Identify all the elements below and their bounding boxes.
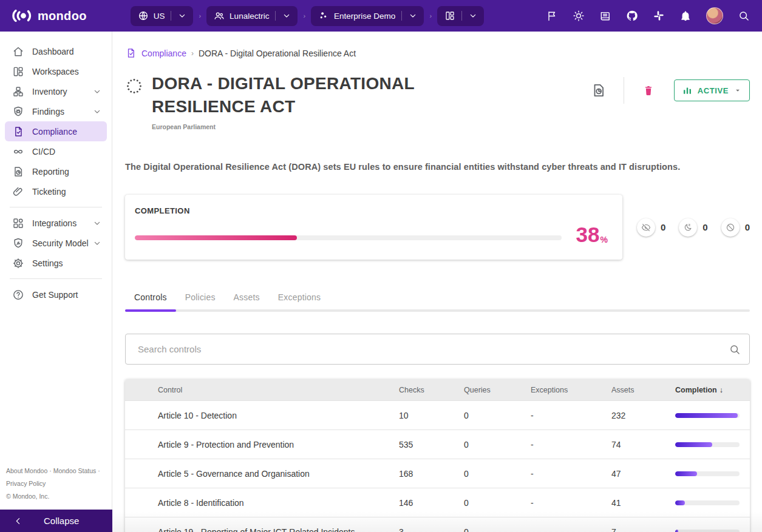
column-header-assets[interactable]: Assets (611, 386, 675, 394)
footer-link[interactable]: Privacy Policy (6, 480, 46, 487)
report-icon[interactable] (591, 82, 607, 98)
sidebar-footer: About Mondoo · Mondoo Status · Privacy P… (6, 465, 112, 503)
sidebar-item-label: Inventory (32, 87, 67, 96)
notifications-bell-icon[interactable] (679, 10, 692, 22)
chevron-down-icon[interactable] (92, 87, 102, 96)
sidebar-item-workspaces[interactable]: Workspaces (5, 61, 107, 81)
sidebar-item-dashboard[interactable]: Dashboard (5, 41, 107, 61)
slack-icon[interactable] (653, 10, 665, 22)
cell-assets: 74 (611, 440, 675, 450)
search-controls-input[interactable] (138, 344, 729, 354)
footer-link[interactable]: About Mondoo (6, 467, 47, 474)
column-header-exceptions[interactable]: Exceptions (531, 386, 611, 394)
sidebar-item-settings[interactable]: Settings (5, 253, 107, 273)
cell-control: Article 10 - Detection (125, 411, 399, 420)
delete-trash-icon[interactable] (642, 84, 655, 96)
column-header-completion[interactable]: Completion↓ (675, 386, 750, 394)
chevron-down-icon[interactable] (92, 218, 102, 228)
inventory-icon (12, 86, 24, 98)
sidebar-item-reporting[interactable]: Reporting (5, 161, 107, 181)
status-active-button[interactable]: ACTIVE (674, 79, 750, 101)
table-header: ControlChecksQueriesExceptionsAssetsComp… (125, 379, 750, 400)
tab-policies[interactable]: Policies (176, 285, 225, 309)
flag-icon[interactable] (546, 10, 558, 22)
search-icon[interactable] (738, 10, 750, 22)
collapse-button[interactable]: Collapse (0, 510, 112, 532)
column-header-checks[interactable]: Checks (399, 386, 464, 394)
cell-checks: 535 (399, 440, 464, 450)
globe-icon (138, 10, 149, 21)
sort-desc-icon: ↓ (719, 386, 723, 394)
space-selector[interactable]: Enterprise Demo (311, 6, 424, 26)
sidebar-item-integrations[interactable]: Integrations (5, 213, 107, 233)
cell-checks: 146 (399, 498, 464, 508)
sidebar: DashboardWorkspacesInventoryFindingsComp… (0, 32, 112, 532)
organization-selector[interactable]: Lunalectric (206, 6, 298, 26)
ticketing-icon (12, 186, 24, 198)
mondoo-logo[interactable]: mondoo (12, 8, 87, 24)
sidebar-item-label: Workspaces (32, 67, 79, 76)
sidebar-item-label: Compliance (32, 127, 77, 136)
logo-text: mondoo (38, 9, 87, 23)
collapse-label: Collapse (44, 516, 79, 526)
breadcrumb-parent-link[interactable]: Compliance (141, 49, 186, 58)
chevron-down-icon[interactable] (408, 11, 418, 21)
column-header-queries[interactable]: Queries (464, 386, 531, 394)
chevron-down-icon[interactable] (282, 11, 291, 21)
eu-stars-icon (125, 77, 143, 95)
table-row[interactable]: Article 10 - Detection100-232 (125, 400, 750, 429)
chevron-down-icon[interactable] (92, 238, 102, 248)
main-content: Compliance › DORA - Digital Operational … (112, 32, 762, 532)
sidebar-item-findings[interactable]: Findings (5, 101, 107, 121)
framework-author: European Parliament (152, 123, 498, 130)
footer-link[interactable]: Mondoo Status (53, 467, 97, 474)
region-selector[interactable]: US (131, 6, 194, 26)
tab-controls[interactable]: Controls (125, 285, 176, 309)
theme-sun-icon[interactable] (573, 10, 585, 22)
docs-book-icon[interactable] (599, 10, 611, 22)
counter-badge[interactable] (637, 218, 655, 237)
tab-assets[interactable]: Assets (225, 285, 269, 309)
scope-separator: › (302, 12, 307, 19)
cell-completion (675, 413, 750, 418)
cell-queries: 0 (464, 440, 531, 450)
sidebar-item-security-model[interactable]: Security Model (5, 233, 107, 253)
table-body: Article 10 - Detection100-232Article 9 -… (125, 400, 750, 532)
table-row[interactable]: Article 19 - Reporting of Major ICT-Rela… (125, 517, 750, 532)
cell-assets: 7 (611, 527, 675, 532)
table-row[interactable]: Article 5 - Governance and Organisation1… (125, 459, 750, 488)
cell-queries: 0 (464, 498, 531, 508)
snooze-icon (683, 223, 693, 232)
search-controls (125, 334, 750, 365)
sidebar-item-ticketing[interactable]: Ticketing (5, 181, 107, 201)
table-row[interactable]: Article 9 - Protection and Prevention535… (125, 429, 750, 459)
divider (624, 77, 624, 104)
chevron-down-icon[interactable] (177, 11, 187, 21)
user-avatar[interactable] (706, 7, 723, 24)
column-header-control[interactable]: Control (125, 386, 399, 394)
workspaces-icon (12, 66, 24, 78)
cell-control: Article 9 - Protection and Prevention (125, 440, 399, 450)
compliance-icon (12, 126, 24, 138)
cell-checks: 10 (399, 411, 464, 420)
counter-value: 0 (661, 222, 665, 232)
space-label: Enterprise Demo (334, 12, 395, 21)
github-icon[interactable] (626, 10, 638, 22)
sidebar-item-ci-cd[interactable]: CI/CD (5, 141, 107, 161)
scope-separator: › (197, 12, 202, 19)
sidebar-item-compliance[interactable]: Compliance (5, 121, 107, 141)
counter-badge[interactable] (721, 218, 740, 237)
chevron-down-icon[interactable] (468, 11, 478, 21)
counter-badge[interactable] (679, 218, 697, 237)
sidebar-item-get-support[interactable]: Get Support (5, 285, 107, 305)
sidebar-item-label: Ticketing (32, 187, 66, 197)
sidebar-item-inventory[interactable]: Inventory (5, 81, 107, 101)
workspace-selector[interactable] (437, 6, 484, 26)
tab-exceptions[interactable]: Exceptions (269, 285, 330, 309)
chevron-down-icon[interactable] (92, 107, 102, 116)
search-icon[interactable] (729, 343, 741, 355)
table-row[interactable]: Article 8 - Identification1460-41 (125, 488, 750, 517)
mondoo-logo-icon (12, 8, 33, 24)
page-header: DORA - Digital Operational Resilience Ac… (125, 72, 750, 130)
completion-bar (675, 500, 740, 505)
